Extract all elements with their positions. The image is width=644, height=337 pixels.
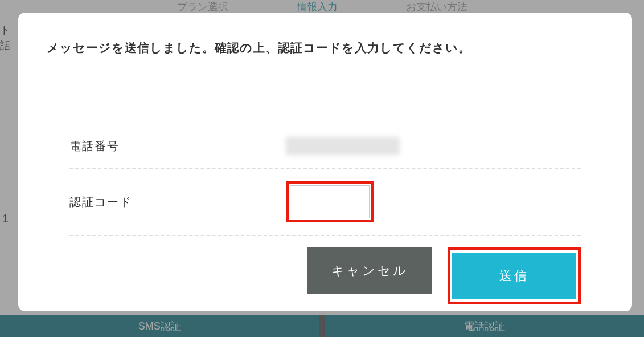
phone-value-redacted	[286, 137, 400, 155]
phone-label: 電話番号	[69, 139, 286, 154]
cancel-button[interactable]: キャンセル	[307, 247, 432, 294]
submit-button-highlight: 送信	[448, 247, 581, 304]
submit-button[interactable]: 送信	[452, 253, 576, 299]
code-input-highlight	[286, 181, 374, 222]
modal-title: メッセージを送信しました。確認の上、認証コードを入力してください。	[47, 40, 604, 56]
button-row: キャンセル 送信	[69, 247, 581, 304]
phone-row: 電話番号	[69, 124, 581, 169]
code-row: 認証コード	[69, 169, 581, 236]
verification-modal: メッセージを送信しました。確認の上、認証コードを入力してください。 電話番号 認…	[18, 13, 632, 311]
code-label: 認証コード	[69, 194, 286, 210]
code-input[interactable]	[290, 185, 370, 218]
